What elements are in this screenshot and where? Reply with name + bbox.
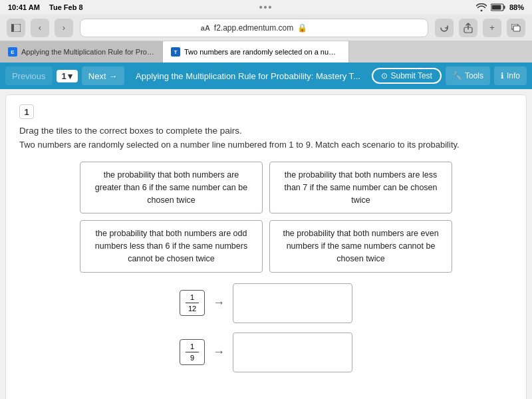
svg-rect-7 <box>513 26 520 31</box>
scenario-tile-3[interactable]: the probability that both numbers are ev… <box>269 220 452 272</box>
question-number-selector[interactable]: 1 ▾ <box>57 70 78 82</box>
info-label: Info <box>507 71 520 80</box>
next-icon: → <box>109 71 118 81</box>
submit-test-button[interactable]: ⊙ Submit Test <box>372 68 441 84</box>
battery-percent: 88% <box>509 3 524 11</box>
tabs-overview-button[interactable] <box>507 19 525 37</box>
dots-indicator: ••• <box>259 2 273 13</box>
battery-icon <box>491 3 505 11</box>
svg-rect-4 <box>11 24 14 32</box>
arrow-0: → <box>213 296 225 310</box>
tab-mastery-test[interactable]: E Applying the Multiplication Rule for P… <box>0 41 163 63</box>
browser-chrome: ‹ › aA f2.app.edmentum.com 🔒 + <box>0 15 532 41</box>
new-tab-button[interactable]: + <box>483 19 501 37</box>
main-content: 1 Drag the tiles to the correct boxes to… <box>5 94 527 399</box>
drop-zones: 1 12 → 1 9 → <box>19 283 513 372</box>
drop-box-1[interactable] <box>233 332 352 372</box>
numerator-1: 1 <box>186 342 199 352</box>
scenario-tile-0[interactable]: the probability that both numbers are gr… <box>80 162 263 213</box>
tab-number-line[interactable]: T Two numbers are randomly selected on a… <box>163 41 349 63</box>
browser-actions: + <box>435 19 525 37</box>
lock-icon: 🔒 <box>297 23 307 33</box>
next-button[interactable]: Next → <box>82 66 124 85</box>
info-icon: ℹ <box>501 71 504 80</box>
scenario-tile-1[interactable]: the probability that both numbers are le… <box>269 162 452 213</box>
tools-label: Tools <box>465 71 483 80</box>
info-button[interactable]: ℹ Info <box>494 66 527 85</box>
arrow-1: → <box>213 345 225 359</box>
time-display: 10:41 AM <box>8 3 40 11</box>
svg-rect-1 <box>503 6 505 9</box>
tabs-bar: E Applying the Multiplication Rule for P… <box>0 41 532 63</box>
sub-instructions-text: Two numbers are randomly selected on a n… <box>19 140 513 150</box>
submit-icon: ⊙ <box>381 71 388 80</box>
refresh-button[interactable] <box>435 19 454 37</box>
app-nav: Previous 1 ▾ Next → Applying the Multipl… <box>0 63 532 89</box>
address-bar[interactable]: aA f2.app.edmentum.com 🔒 <box>80 19 428 37</box>
drop-box-0[interactable] <box>233 283 352 323</box>
text-size-btn: aA <box>201 24 210 32</box>
date-display: Tue Feb 8 <box>49 3 83 11</box>
wifi-icon <box>476 3 487 11</box>
numerator-0: 1 <box>186 293 199 303</box>
scenario-tile-2[interactable]: the probability that both numbers are od… <box>80 220 263 272</box>
tab-icon-2: T <box>171 47 180 57</box>
tools-icon: 🔧 <box>452 71 462 80</box>
forward-button[interactable]: › <box>55 19 73 37</box>
prev-label: Previous <box>12 71 46 81</box>
submit-label: Submit Test <box>390 71 432 80</box>
question-badge: 1 <box>19 104 34 119</box>
share-button[interactable] <box>459 19 477 37</box>
back-button[interactable]: ‹ <box>31 19 49 37</box>
drop-row-0: 1 12 → <box>180 283 352 323</box>
fraction-tile-0: 1 12 <box>180 290 205 316</box>
fraction-tile-1: 1 9 <box>180 339 205 365</box>
svg-rect-2 <box>491 5 501 10</box>
nav-title: Applying the Multiplication Rule for Pro… <box>128 71 368 81</box>
tab-icon-1: E <box>8 47 17 57</box>
instructions-text: Drag the tiles to the correct boxes to c… <box>19 126 513 136</box>
previous-button[interactable]: Previous <box>5 66 53 85</box>
next-label: Next <box>88 71 106 81</box>
sidebar-toggle[interactable] <box>7 19 25 37</box>
status-bar: 10:41 AM Tue Feb 8 ••• 88% <box>0 0 532 15</box>
drop-row-1: 1 9 → <box>180 332 352 372</box>
tools-button[interactable]: 🔧 Tools <box>446 66 490 85</box>
denominator-0: 12 <box>186 305 199 313</box>
scenario-tiles-grid: the probability that both numbers are gr… <box>80 162 452 273</box>
status-right: 88% <box>476 3 524 11</box>
url-text: f2.app.edmentum.com <box>214 23 293 33</box>
denominator-1: 9 <box>186 354 199 362</box>
